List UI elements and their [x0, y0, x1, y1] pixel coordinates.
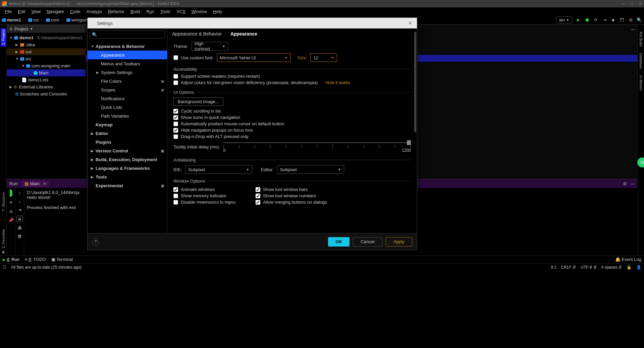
editor-aa-select[interactable]: Subpixel▼	[277, 165, 344, 174]
background-image-button[interactable]: Background Image...	[173, 97, 223, 106]
up-icon[interactable]: ↑	[18, 191, 21, 196]
menu-help[interactable]: Help	[210, 8, 225, 15]
menu-tools[interactable]: Tools	[158, 8, 173, 15]
theme-select[interactable]: High contrast▼	[192, 42, 228, 51]
exit-icon[interactable]: ⏏	[9, 209, 13, 214]
close-icon[interactable]: ×	[43, 181, 46, 186]
size-select[interactable]: 12▼	[310, 53, 337, 62]
settings-search-input[interactable]	[99, 32, 163, 37]
tool-todo[interactable]: ≡ 6: TODO	[25, 257, 46, 262]
minimize-icon[interactable]: —	[622, 1, 626, 6]
update-icon[interactable]: 🗔	[619, 17, 625, 23]
menu-code[interactable]: Code	[67, 8, 83, 15]
menu-window[interactable]: Window	[189, 8, 210, 15]
tree-pkg[interactable]: ▼com.wongoing.main	[7, 62, 86, 69]
tree-plugins[interactable]: Plugins	[88, 138, 167, 146]
search-everywhere-icon[interactable]: 🔍	[637, 17, 642, 23]
tree-keymap[interactable]: Keymap	[88, 120, 167, 129]
breadcrumb-item[interactable]: demo1	[2, 17, 21, 22]
status-pos[interactable]: 9:1	[551, 265, 556, 270]
stop-icon[interactable]: ■	[610, 17, 616, 23]
pin-icon[interactable]: 📌	[8, 218, 14, 223]
status-encoding[interactable]: UTF-8 ⇵	[581, 265, 596, 270]
menu-build[interactable]: Build	[128, 8, 143, 15]
tree-ext[interactable]: ▶⊪External Libraries	[7, 83, 86, 90]
tree-tools[interactable]: ▶Tools	[88, 172, 167, 181]
tree-appearance[interactable]: Appearance	[88, 51, 167, 59]
toolnumbers-checkbox[interactable]: Show tool window numbers	[256, 193, 327, 198]
screen-readers-checkbox[interactable]: Support screen readers (requires restart…	[173, 74, 411, 79]
layout-icon[interactable]: ⧉	[628, 17, 633, 23]
tree-menus[interactable]: Menus and Toolbars	[88, 59, 167, 68]
tree-quicklists[interactable]: Quick Lists	[88, 103, 167, 112]
run-config-selector[interactable]: ain▼	[556, 16, 572, 23]
tree-experimental[interactable]: Experimental▣	[88, 181, 167, 190]
show-icons-checkbox[interactable]: Show icons in quick navigation	[173, 115, 411, 120]
tree-filecolors[interactable]: File Colors▣	[88, 77, 167, 85]
mnemonics-checkbox[interactable]: Disable mnemonics in menu	[173, 200, 235, 205]
breadcrumb-item[interactable]: wongoing	[66, 17, 90, 22]
tree-system[interactable]: ▶System Settings	[88, 68, 167, 77]
tree-lang[interactable]: ▶Languages & Frameworks	[88, 164, 167, 172]
tree-appearance-behavior[interactable]: ▼Appearance & Behavior	[88, 42, 167, 51]
minimize-icon[interactable]: —	[630, 181, 635, 186]
stop-icon[interactable]: ■	[10, 200, 12, 205]
merge-buttons-checkbox[interactable]: Allow merging buttons on dialogs	[256, 200, 327, 205]
tree-scopes[interactable]: Scopes▣	[88, 85, 167, 94]
tree-out[interactable]: ▶out	[7, 48, 86, 55]
menu-run[interactable]: Run	[144, 8, 157, 15]
tooltip-slider[interactable]	[223, 142, 411, 143]
run-icon[interactable]	[576, 17, 581, 23]
clear-icon[interactable]: 🗑	[17, 234, 22, 239]
menu-edit[interactable]: Edit	[15, 8, 28, 15]
scrollbar[interactable]	[414, 32, 416, 132]
tree-vc[interactable]: ▶Version Control▣	[88, 146, 167, 155]
tree-main[interactable]: Main	[7, 69, 86, 76]
man-icon[interactable]: 👤	[636, 265, 641, 270]
close-icon[interactable]: ✕	[406, 20, 414, 26]
auto-mouse-checkbox[interactable]: Automatically position mouse cursor on d…	[173, 121, 411, 126]
breadcrumb-item[interactable]: src	[28, 17, 39, 22]
lock-icon[interactable]: 🔓	[627, 265, 632, 270]
maximize-icon[interactable]: □	[631, 1, 633, 6]
tool-terminal[interactable]: ▣ Terminal	[51, 257, 73, 262]
colorblind-checkbox[interactable]: Adjust colors for red-green vision defic…	[173, 80, 318, 85]
tree-root[interactable]: ▼demo1 E:\ideaworkspace\demo1	[7, 34, 86, 41]
menu-file[interactable]: File	[2, 8, 14, 15]
help-icon[interactable]: ?	[92, 238, 99, 245]
cyclic-checkbox[interactable]: Cyclic scrolling in list	[173, 109, 411, 114]
breadcrumb-item[interactable]: Appearance & Behavior	[172, 31, 222, 37]
wrap-icon[interactable]: ⇥	[18, 207, 21, 212]
animate-checkbox[interactable]: Animate windows	[173, 187, 235, 192]
tree-editor[interactable]: ▶Editor	[88, 129, 167, 138]
tool-maven[interactable]: m Maven	[639, 75, 643, 90]
attach-icon[interactable]: ⇥	[602, 17, 607, 23]
ok-button[interactable]: OK	[328, 237, 350, 247]
star-icon[interactable]: ★	[1, 250, 5, 255]
tree-scratch[interactable]: ⧉Scratches and Consoles	[7, 90, 86, 97]
down-icon[interactable]: ↓	[18, 199, 21, 204]
tree-idea[interactable]: ▶.idea	[7, 41, 86, 48]
menu-vcs[interactable]: VCS	[174, 8, 188, 15]
hide-icon[interactable]: —	[631, 27, 635, 32]
tree-notifications[interactable]: Notifications	[88, 94, 167, 103]
menu-navigate[interactable]: Navigate	[44, 8, 66, 15]
tree-pathvars[interactable]: Path Variables	[88, 112, 167, 120]
menu-refactor[interactable]: Refactor	[105, 8, 127, 15]
tree-src[interactable]: ▼src	[7, 55, 86, 62]
font-select[interactable]: Microsoft YaHei UI▼	[217, 53, 291, 62]
tool-eventlog[interactable]: 🔔 Event Log	[615, 257, 641, 262]
status-indent[interactable]: 4 spaces ⇵	[601, 265, 622, 270]
close-icon[interactable]: ✕	[639, 1, 642, 6]
custom-font-checkbox[interactable]: Use custom font:	[173, 55, 214, 60]
toolbars-checkbox[interactable]: Show tool window bars	[256, 187, 327, 192]
hide-nav-checkbox[interactable]: Hide navigation popups on focus loss	[173, 128, 411, 133]
scroll-icon[interactable]: ⇊	[16, 216, 23, 222]
tool-database[interactable]: Database	[639, 53, 643, 69]
tool-ant[interactable]: Ant Build	[639, 31, 643, 46]
chevron-down-icon[interactable]: ▼	[30, 27, 33, 30]
print-icon[interactable]: 🖶	[17, 225, 22, 230]
breadcrumb-item[interactable]: com	[46, 17, 59, 22]
settings-search[interactable]: 🔍	[90, 30, 165, 39]
debug-icon[interactable]: ⬢	[584, 17, 590, 23]
